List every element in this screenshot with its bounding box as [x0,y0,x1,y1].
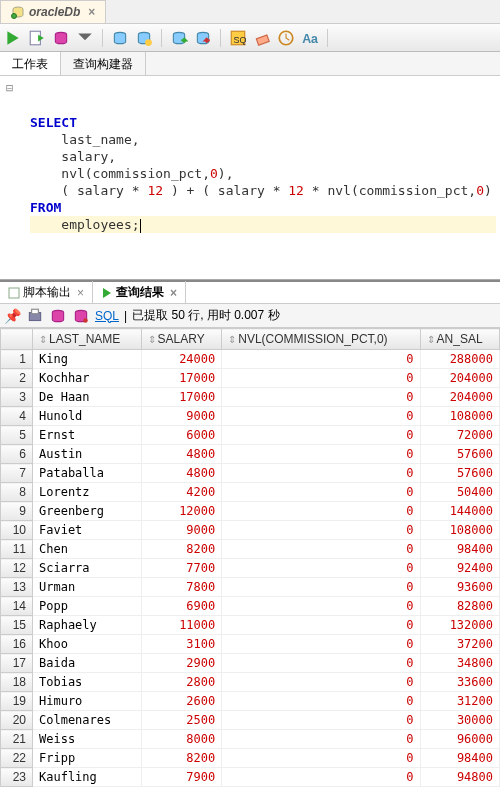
table-row[interactable]: 15Raphaely110000132000 [1,616,500,635]
cell-salary[interactable]: 8200 [141,749,222,768]
cell-nvl[interactable]: 0 [222,559,420,578]
cell-nvl[interactable]: 0 [222,673,420,692]
cell-nvl[interactable]: 0 [222,749,420,768]
cell-salary[interactable]: 2600 [141,692,222,711]
close-icon[interactable]: × [88,5,95,19]
cell-salary[interactable]: 24000 [141,350,222,369]
table-row[interactable]: 21Weiss8000096000 [1,730,500,749]
uppercase-button[interactable]: Aa [301,29,319,47]
cell-last-name[interactable]: Weiss [33,730,142,749]
explain-plan-button[interactable] [52,29,70,47]
col-last-name[interactable]: ⇕LAST_NAME [33,329,142,350]
cell-last-name[interactable]: Sciarra [33,559,142,578]
cell-last-name[interactable]: Khoo [33,635,142,654]
cell-an-sal[interactable]: 82800 [420,597,499,616]
table-row[interactable]: 16Khoo3100037200 [1,635,500,654]
cell-salary[interactable]: 2900 [141,654,222,673]
cell-an-sal[interactable]: 108000 [420,407,499,426]
table-row[interactable]: 19Himuro2600031200 [1,692,500,711]
table-row[interactable]: 14Popp6900082800 [1,597,500,616]
cell-salary[interactable]: 4200 [141,483,222,502]
cell-last-name[interactable]: Lorentz [33,483,142,502]
cell-an-sal[interactable]: 96000 [420,730,499,749]
cell-last-name[interactable]: Baida [33,654,142,673]
cell-an-sal[interactable]: 288000 [420,350,499,369]
cell-nvl[interactable]: 0 [222,654,420,673]
unshared-worksheet-button[interactable]: SQL [229,29,247,47]
fold-icon[interactable]: ⊟ [6,80,13,97]
cell-last-name[interactable]: Tobias [33,673,142,692]
cell-nvl[interactable]: 0 [222,635,420,654]
cell-nvl[interactable]: 0 [222,483,420,502]
sql-link[interactable]: SQL [95,309,119,323]
refresh-button[interactable] [49,307,67,325]
cell-salary[interactable]: 17000 [141,388,222,407]
table-row[interactable]: 23Kaufling7900094800 [1,768,500,787]
cell-nvl[interactable]: 0 [222,369,420,388]
rollback-button[interactable] [194,29,212,47]
sql-tuning-button[interactable] [135,29,153,47]
cell-nvl[interactable]: 0 [222,426,420,445]
connection-tab[interactable]: oracleDb × [0,0,106,23]
table-row[interactable]: 6Austin4800057600 [1,445,500,464]
table-row[interactable]: 22Fripp8200098400 [1,749,500,768]
cell-salary[interactable]: 9000 [141,407,222,426]
cell-salary[interactable]: 2500 [141,711,222,730]
cell-salary[interactable]: 7800 [141,578,222,597]
cell-nvl[interactable]: 0 [222,711,420,730]
table-row[interactable]: 7Pataballa4800057600 [1,464,500,483]
cell-an-sal[interactable]: 34800 [420,654,499,673]
cell-an-sal[interactable]: 37200 [420,635,499,654]
cell-salary[interactable]: 17000 [141,369,222,388]
cell-an-sal[interactable]: 93600 [420,578,499,597]
cell-salary[interactable]: 8200 [141,540,222,559]
cell-nvl[interactable]: 0 [222,445,420,464]
pin-icon[interactable]: 📌 [4,308,21,324]
export-button[interactable] [72,307,90,325]
cell-salary[interactable]: 6000 [141,426,222,445]
cell-an-sal[interactable]: 50400 [420,483,499,502]
cell-an-sal[interactable]: 144000 [420,502,499,521]
cell-salary[interactable]: 12000 [141,502,222,521]
cell-an-sal[interactable]: 132000 [420,616,499,635]
cell-an-sal[interactable]: 92400 [420,559,499,578]
cell-last-name[interactable]: Colmenares [33,711,142,730]
cell-nvl[interactable]: 0 [222,597,420,616]
results-grid-container[interactable]: ⇕LAST_NAME ⇕SALARY ⇕NVL(COMMISSION_PCT,0… [0,328,500,806]
close-icon[interactable]: × [170,286,177,300]
cell-salary[interactable]: 6900 [141,597,222,616]
cell-salary[interactable]: 4800 [141,464,222,483]
table-row[interactable]: 8Lorentz4200050400 [1,483,500,502]
col-salary[interactable]: ⇕SALARY [141,329,222,350]
cell-an-sal[interactable]: 31200 [420,692,499,711]
cell-salary[interactable]: 7900 [141,768,222,787]
cell-an-sal[interactable]: 108000 [420,521,499,540]
cell-salary[interactable]: 4800 [141,445,222,464]
cell-nvl[interactable]: 0 [222,578,420,597]
table-row[interactable]: 1King240000288000 [1,350,500,369]
cell-nvl[interactable]: 0 [222,350,420,369]
cell-an-sal[interactable]: 204000 [420,369,499,388]
autotrace-button[interactable] [111,29,129,47]
cell-an-sal[interactable]: 204000 [420,388,499,407]
cell-salary[interactable]: 8000 [141,730,222,749]
cell-last-name[interactable]: Urman [33,578,142,597]
tab-query-builder[interactable]: 查询构建器 [61,52,146,75]
cell-nvl[interactable]: 0 [222,692,420,711]
table-row[interactable]: 13Urman7800093600 [1,578,500,597]
cell-nvl[interactable]: 0 [222,388,420,407]
run-button[interactable] [4,29,22,47]
cell-an-sal[interactable]: 72000 [420,426,499,445]
tab-script-output[interactable]: 脚本输出 × [0,281,93,304]
cell-an-sal[interactable]: 30000 [420,711,499,730]
cell-an-sal[interactable]: 57600 [420,464,499,483]
table-row[interactable]: 9Greenberg120000144000 [1,502,500,521]
cell-last-name[interactable]: Kaufling [33,768,142,787]
history-button[interactable] [277,29,295,47]
cell-nvl[interactable]: 0 [222,502,420,521]
col-nvl[interactable]: ⇕NVL(COMMISSION_PCT,0) [222,329,420,350]
col-an-sal[interactable]: ⇕AN_SAL [420,329,499,350]
table-row[interactable]: 2Kochhar170000204000 [1,369,500,388]
table-row[interactable]: 11Chen8200098400 [1,540,500,559]
cell-nvl[interactable]: 0 [222,407,420,426]
